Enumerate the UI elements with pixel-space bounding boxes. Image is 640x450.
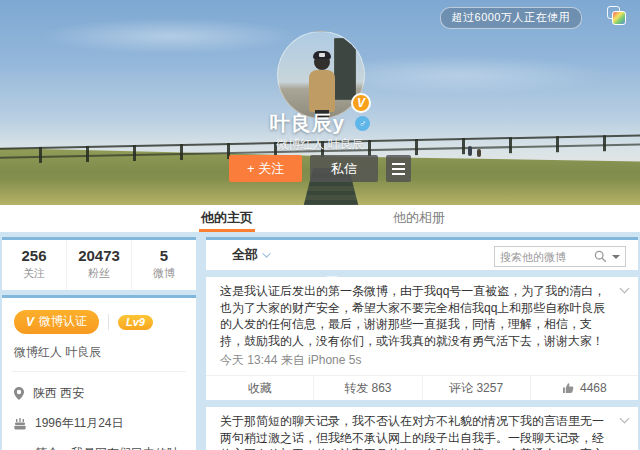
usage-count-badge[interactable]: 超过6000万人正在使用 <box>440 7 582 29</box>
content-area: 256 关注 20473 粉丝 5 微博 V 微博认证 <box>0 232 640 450</box>
avatar[interactable]: V <box>277 31 365 119</box>
verified-badge[interactable]: V 微博认证 <box>14 310 99 334</box>
info-intro: 简介：我是网友们口中的叶良辰...... <box>14 445 184 450</box>
profile-actions: + 关注 私信 <box>0 155 640 182</box>
birthday-cake-icon <box>14 418 26 430</box>
male-icon: ♂ <box>355 116 370 131</box>
like-button[interactable]: 4468 <box>530 376 638 400</box>
info-birthday: 1996年11月24日 <box>14 415 184 432</box>
location-pin-icon <box>14 387 24 400</box>
repost-button[interactable]: 转发 863 <box>313 376 421 400</box>
profile-subtitle: 微博红人 叶良辰 <box>0 136 640 153</box>
divider <box>108 314 109 330</box>
search-box <box>494 246 626 267</box>
post-action-bar: 收藏 转发 863 评论 3257 4468 <box>206 375 638 400</box>
post-timestamp[interactable]: 今天 13:44 来自 iPhone 5s <box>220 352 624 369</box>
level-badge[interactable]: Lv9 <box>118 315 153 330</box>
hamburger-icon <box>392 163 405 175</box>
stat-posts[interactable]: 5 微博 <box>131 240 196 290</box>
cloud-decoration <box>40 18 300 54</box>
profile-name-row: 叶良辰y ♂ <box>0 110 640 137</box>
post-card: 这是我认证后发出的第一条微博，由于我qq号一直被盗，为了我的清白，也为了大家的财… <box>206 277 638 400</box>
profile-info-card: V 微博认证 Lv9 微博红人 叶良辰 陕西 西安 1996年11月24日 <box>2 295 196 450</box>
profile-tabbar: 他的主页 他的相册 <box>0 205 640 232</box>
weibo-profile-page: 超过6000万人正在使用 V 叶良辰y ♂ 微博红人 叶良辰 + 关注 私信 <box>0 0 640 450</box>
post-card: 关于那简短的聊天记录，我不否认在对方不礼貌的情况下我的言语里无一两句稍过激之话，… <box>206 407 638 450</box>
filter-all-dropdown[interactable]: 全部 <box>232 246 271 264</box>
sidebar: 256 关注 20473 粉丝 5 微博 V 微博认证 <box>2 237 196 450</box>
stats-card: 256 关注 20473 粉丝 5 微博 <box>2 237 196 290</box>
post-text: 这是我认证后发出的第一条微博，由于我qq号一直被盗，为了我的清白，也为了大家的财… <box>220 283 624 349</box>
apps-grid-icon[interactable] <box>607 6 626 25</box>
post-text: 关于那简短的聊天记录，我不否认在对方不礼貌的情况下我的言语里无一两句稍过激之话，… <box>220 413 624 450</box>
info-location: 陕西 西安 <box>14 385 184 402</box>
cover-photo: 超过6000万人正在使用 V 叶良辰y ♂ 微博红人 叶良辰 + 关注 私信 <box>0 0 640 205</box>
profile-name: 叶良辰y <box>270 112 345 134</box>
more-menu-button[interactable] <box>386 155 411 182</box>
verified-v-icon: V <box>26 315 34 329</box>
stat-followers[interactable]: 20473 粉丝 <box>66 240 131 290</box>
tab-album[interactable]: 他的相册 <box>393 205 445 232</box>
divider <box>12 371 186 372</box>
follow-button[interactable]: + 关注 <box>229 155 302 182</box>
stat-following[interactable]: 256 关注 <box>2 240 66 290</box>
tab-home[interactable]: 他的主页 <box>201 205 253 232</box>
search-options-arrow-icon[interactable] <box>612 255 620 259</box>
search-input[interactable] <box>500 251 594 263</box>
like-count: 4468 <box>580 381 607 395</box>
comment-button[interactable]: 评论 3257 <box>422 376 530 400</box>
search-icon[interactable] <box>594 250 607 263</box>
verified-description: 微博红人 叶良辰 <box>14 344 184 361</box>
favorite-button[interactable]: 收藏 <box>206 376 313 400</box>
feed-filter-bar: 全部 <box>206 237 638 270</box>
chevron-down-icon <box>262 249 270 257</box>
private-message-button[interactable]: 私信 <box>310 155 378 182</box>
thumbs-up-icon <box>562 382 575 395</box>
feed-column: 全部 这是我认证后发出的第一条微博，由于我qq号一直被盗，为了我的清白，也为了大… <box>206 237 638 450</box>
